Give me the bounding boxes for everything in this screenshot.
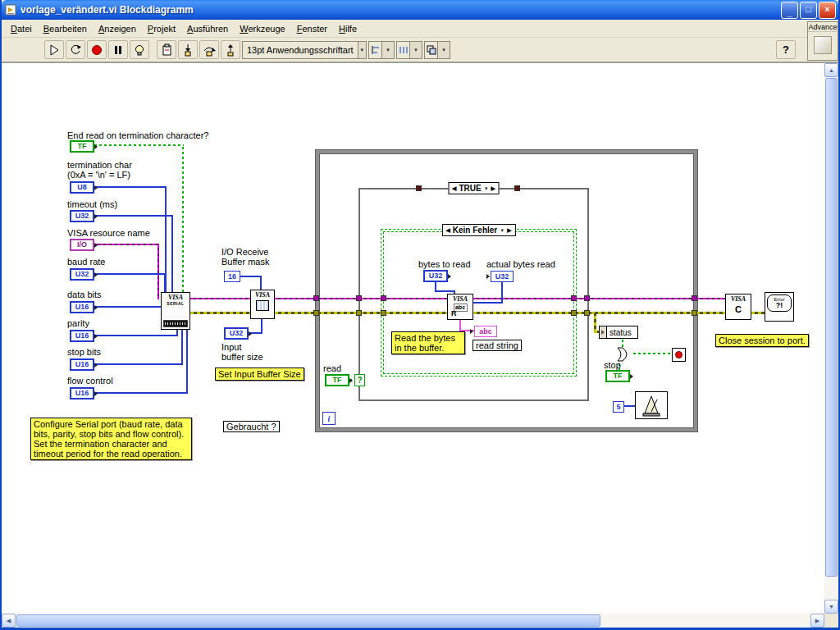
read-string-terminal[interactable]: abc — [474, 326, 497, 337]
scroll-down-button[interactable]: ▼ — [824, 600, 838, 614]
menu-datei[interactable]: Datei — [5, 21, 38, 36]
gebraucht-label: Gebraucht ? — [223, 421, 280, 432]
titlebar[interactable]: vorlage_verändert.vi Blockdiagramm _ □ × — [2, 0, 838, 20]
timeout-terminal[interactable]: U32 — [70, 210, 94, 222]
step-into-button[interactable] — [178, 40, 198, 59]
tunnel[interactable] — [416, 185, 422, 191]
case-next-icon[interactable]: ▶ — [491, 185, 495, 191]
stop-terminal[interactable]: TF — [605, 370, 630, 382]
horizontal-scrollbar-thumb[interactable] — [16, 614, 600, 627]
numeric-wire — [624, 405, 635, 407]
terminal-arrow-icon — [94, 363, 98, 368]
maximize-button[interactable]: □ — [800, 2, 817, 19]
case-next-icon[interactable]: ▶ — [507, 227, 511, 233]
scroll-up-button[interactable]: ▲ — [824, 63, 838, 77]
reorder-objects-icon — [427, 45, 436, 55]
configure-serial-note: Configure Serial port (baud rate, data b… — [30, 418, 192, 460]
align-objects-dropdown[interactable]: ▼ — [368, 41, 395, 59]
step-over-button[interactable] — [199, 40, 219, 59]
distribute-objects-dropdown[interactable]: ▼ — [396, 41, 422, 59]
advance-palette-icon[interactable] — [814, 36, 832, 54]
tunnel[interactable] — [692, 310, 697, 316]
pause-button[interactable] — [108, 40, 128, 59]
data-bits-label: data bits — [67, 290, 102, 299]
dropdown-icon[interactable]: ▼ — [500, 228, 504, 233]
wait-ms-constant[interactable]: 5 — [613, 401, 624, 413]
scroll-right-button[interactable]: ▶ — [810, 614, 824, 628]
menu-bearbeiten[interactable]: Bearbeiten — [38, 21, 93, 36]
run-button[interactable] — [44, 40, 64, 59]
dropdown-icon[interactable]: ▼ — [484, 186, 489, 191]
tunnel[interactable] — [584, 295, 590, 301]
unbundle-status-node[interactable]: status — [599, 326, 638, 339]
simple-error-handler-node[interactable]: Error?! — [765, 292, 794, 322]
tunnel[interactable] — [514, 185, 520, 191]
menu-werkzeuge[interactable]: Werkzeuge — [234, 21, 290, 36]
advance-palette[interactable]: Advance — [807, 21, 838, 61]
node-label: VISA — [448, 294, 472, 303]
termination-char-terminal[interactable]: U8 — [70, 181, 94, 194]
dropdown-icon: ▼ — [358, 42, 366, 58]
visa-configure-serial-port-node[interactable]: VISA SERIAL — [161, 292, 190, 330]
flow-control-terminal[interactable]: U16 — [70, 387, 94, 399]
tunnel[interactable] — [381, 310, 386, 316]
close-button[interactable]: × — [819, 2, 836, 19]
case-prev-icon[interactable]: ◀ — [445, 227, 450, 233]
tunnel[interactable] — [313, 310, 319, 316]
case-selector[interactable]: ◀ Kein Fehler ▼ ▶ — [441, 224, 515, 236]
read-terminal[interactable]: TF — [325, 374, 349, 386]
reorder-objects-dropdown[interactable]: ▼ — [424, 41, 450, 59]
case-selector[interactable]: ◀ TRUE ▼ ▶ — [448, 182, 500, 194]
loop-iteration-terminal[interactable]: i — [322, 412, 336, 425]
error-wire — [751, 312, 765, 314]
terminal-arrow-icon — [349, 378, 353, 383]
scroll-left-button[interactable]: ◀ — [2, 614, 16, 628]
toolbar: 13pt Anwendungsschriftart ▼ ▼ ▼ ▼ ? — [2, 38, 838, 62]
visa-resource-terminal[interactable]: I/O — [70, 239, 94, 251]
stop-label: stop — [604, 360, 621, 370]
visa-set-io-buffer-size-node[interactable]: VISA — [250, 290, 275, 319]
case-prev-icon[interactable]: ◀ — [452, 185, 456, 191]
run-continuous-button[interactable] — [66, 40, 85, 59]
tunnel[interactable] — [571, 295, 577, 301]
menu-anzeigen[interactable]: Anzeigen — [93, 21, 142, 36]
minimize-button[interactable]: _ — [781, 2, 798, 19]
numeric-wire — [261, 319, 262, 332]
parity-terminal[interactable]: U16 — [70, 330, 94, 342]
tunnel[interactable] — [584, 310, 590, 316]
tunnel[interactable] — [356, 310, 362, 316]
step-out-button[interactable] — [221, 40, 240, 59]
menu-projekt[interactable]: Projekt — [142, 21, 181, 36]
actual-bytes-read-terminal[interactable]: U32 — [491, 271, 514, 282]
vertical-scrollbar-thumb[interactable] — [825, 78, 838, 577]
baud-rate-terminal[interactable]: U32 — [70, 268, 94, 281]
case-selector-terminal[interactable]: ? — [354, 374, 365, 386]
serial-settings-display — [163, 320, 188, 327]
horizontal-scrollbar[interactable]: ◀ ▶ — [2, 614, 824, 628]
bytes-to-read-terminal[interactable]: U32 — [423, 270, 448, 282]
menu-ausfuehren[interactable]: Ausführen — [181, 21, 234, 36]
stop-bits-terminal[interactable]: U16 — [70, 358, 94, 371]
tunnel[interactable] — [571, 310, 577, 316]
tunnel[interactable] — [381, 295, 386, 301]
vertical-scrollbar[interactable]: ▲ ▼ — [824, 63, 838, 614]
data-bits-terminal[interactable]: U16 — [70, 301, 94, 313]
wait-ms-node[interactable] — [635, 391, 668, 419]
tunnel[interactable] — [313, 295, 319, 301]
visa-read-node[interactable]: VISA abc R — [447, 294, 473, 320]
loop-condition-terminal[interactable] — [672, 348, 686, 362]
block-diagram-canvas[interactable]: ◀ TRUE ▼ ▶ ◀ Kein Fehler ▼ ▶ — [2, 63, 824, 614]
retain-wire-values-button[interactable] — [157, 40, 176, 59]
end-read-terminal[interactable]: TF — [70, 140, 94, 153]
highlight-execution-button[interactable] — [130, 40, 149, 59]
buffer-mask-constant[interactable]: 16 — [224, 271, 240, 282]
input-buffer-size-terminal[interactable]: U32 — [224, 327, 249, 340]
abort-button[interactable] — [87, 40, 107, 59]
menu-fenster[interactable]: Fenster — [291, 21, 333, 36]
tunnel[interactable] — [356, 295, 362, 301]
visa-close-node[interactable]: VISA C — [725, 294, 751, 320]
font-selector[interactable]: 13pt Anwendungsschriftart ▼ — [242, 41, 367, 59]
menu-hilfe[interactable]: Hilfe — [333, 21, 363, 36]
context-help-button[interactable]: ? — [776, 40, 796, 59]
tunnel[interactable] — [692, 295, 697, 301]
